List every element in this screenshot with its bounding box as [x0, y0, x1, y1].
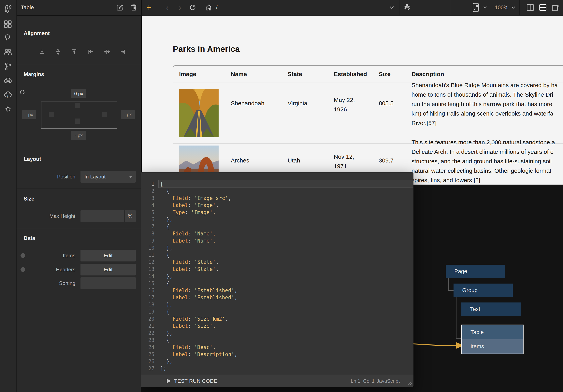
node-group[interactable]: Group: [454, 284, 513, 297]
language-label: JavaScript: [377, 375, 400, 387]
margin-right-field[interactable]: - px: [121, 110, 135, 119]
viewport-size-icon[interactable]: [473, 3, 479, 12]
margin-handle-top[interactable]: [75, 103, 80, 108]
chevron-down-icon: [129, 176, 133, 178]
refresh-icon[interactable]: [189, 4, 196, 11]
node-table-label[interactable]: Table: [462, 325, 523, 339]
max-height-label: Max Height: [24, 213, 75, 219]
tree-connector: [456, 338, 461, 339]
navigation-path[interactable]: /: [216, 0, 218, 15]
margins-section-label: Margins: [24, 71, 44, 77]
version-control-icon[interactable]: [4, 63, 12, 70]
margin-left-field[interactable]: - px: [22, 110, 36, 119]
align-center-horizontal-icon[interactable]: [103, 48, 110, 55]
align-bottom-icon[interactable]: [39, 48, 45, 55]
node-table-selected[interactable]: Table Items: [461, 325, 524, 354]
sorting-label: Sorting: [24, 280, 75, 286]
max-height-unit-button[interactable]: %: [125, 210, 136, 222]
chevron-down-icon[interactable]: [511, 6, 515, 9]
section-divider: [17, 64, 141, 64]
code-editor-statusbar: TEST RUN CODE Ln 1, Col 1 JavaScript: [141, 375, 413, 387]
bug-icon[interactable]: [403, 4, 411, 11]
cloud-functions-icon[interactable]: f: [4, 91, 12, 98]
svg-text:f: f: [7, 93, 9, 98]
headers-label: Headers: [24, 266, 75, 273]
items-edit-button[interactable]: Edit: [80, 250, 136, 262]
tree-connector: [448, 290, 454, 291]
tree-connector: [456, 297, 457, 339]
section-divider: [17, 228, 141, 228]
node-table-items-port[interactable]: Items: [462, 339, 523, 354]
align-top-icon[interactable]: [71, 48, 78, 55]
forward-chevron-icon[interactable]: ›: [179, 3, 181, 12]
margin-handle-left[interactable]: [49, 112, 54, 117]
gutter-separator: [158, 178, 158, 373]
reset-icon[interactable]: [19, 89, 25, 95]
home-icon[interactable]: [205, 4, 212, 11]
line-number-gutter: 1234567891011121314151617181920212223242…: [141, 180, 154, 372]
margin-top-field[interactable]: 0 px: [71, 89, 86, 98]
node-page[interactable]: Page: [446, 265, 505, 278]
margin-handle-bottom[interactable]: [75, 118, 80, 124]
trash-icon[interactable]: [131, 4, 137, 11]
search-icon[interactable]: [4, 34, 12, 41]
edit-icon[interactable]: [117, 4, 123, 11]
settings-gear-icon[interactable]: [4, 105, 12, 113]
stacked-windows-icon[interactable]: [552, 4, 559, 11]
noodl-logo[interactable]: [4, 4, 12, 13]
selected-node-title: Table: [21, 0, 34, 15]
play-icon: [167, 379, 171, 383]
alignment-section-label: Alignment: [24, 30, 50, 37]
section-divider: [17, 149, 141, 149]
code-editor-content[interactable]: [ { Field: 'Image_src', Label: 'Image', …: [160, 180, 237, 372]
sorting-input[interactable]: [80, 277, 136, 289]
noodl-editor-window: Parks in America ShenandoahVirginia805.5…: [0, 0, 563, 392]
cursor-position: Ln 1, Col 1: [351, 375, 375, 387]
add-node-button[interactable]: +: [146, 2, 152, 13]
align-right-icon[interactable]: [120, 48, 126, 55]
code-editor-popover: 1234567891011121314151617181920212223242…: [141, 172, 413, 387]
position-label: Position: [24, 174, 75, 180]
position-value: In Layout: [84, 171, 105, 183]
node-text[interactable]: Text: [461, 303, 521, 316]
back-chevron-icon[interactable]: ‹: [166, 3, 168, 12]
data-section-label: Data: [24, 235, 35, 241]
section-divider: [17, 189, 141, 189]
chevron-down-icon[interactable]: [389, 6, 394, 9]
tree-connector: [448, 278, 448, 291]
chevron-down-icon[interactable]: [483, 6, 487, 9]
items-label: Items: [24, 253, 75, 259]
max-height-input[interactable]: [80, 210, 124, 222]
zoom-level-dropdown[interactable]: 100%: [495, 0, 508, 15]
canvas-viewport[interactable]: Parks in America ShenandoahVirginia805.5…: [141, 15, 563, 392]
property-inspector: Alignment Margins 0 px - px - px - px La…: [17, 15, 141, 392]
test-run-code-button[interactable]: TEST RUN CODE: [174, 375, 217, 387]
top-toolbar: Table + ‹ › / 100%: [0, 0, 563, 16]
tree-connector: [456, 309, 461, 309]
collaboration-icon[interactable]: [4, 49, 12, 56]
cloud-data-icon[interactable]: [4, 77, 12, 84]
align-left-icon[interactable]: [87, 48, 94, 55]
split-rows-icon[interactable]: [539, 4, 546, 11]
main-navigation-rail: f: [0, 0, 17, 392]
margin-bottom-field[interactable]: - px: [71, 131, 86, 140]
resize-grip[interactable]: [408, 381, 412, 385]
headers-edit-button[interactable]: Edit: [80, 264, 136, 276]
layout-section-label: Layout: [24, 156, 41, 162]
align-center-vertical-icon[interactable]: [55, 48, 62, 55]
split-columns-icon[interactable]: [527, 4, 534, 11]
components-grid-icon[interactable]: [4, 20, 12, 28]
margin-handle-right[interactable]: [102, 112, 107, 117]
size-section-label: Size: [24, 196, 34, 202]
position-dropdown[interactable]: In Layout: [80, 171, 136, 183]
